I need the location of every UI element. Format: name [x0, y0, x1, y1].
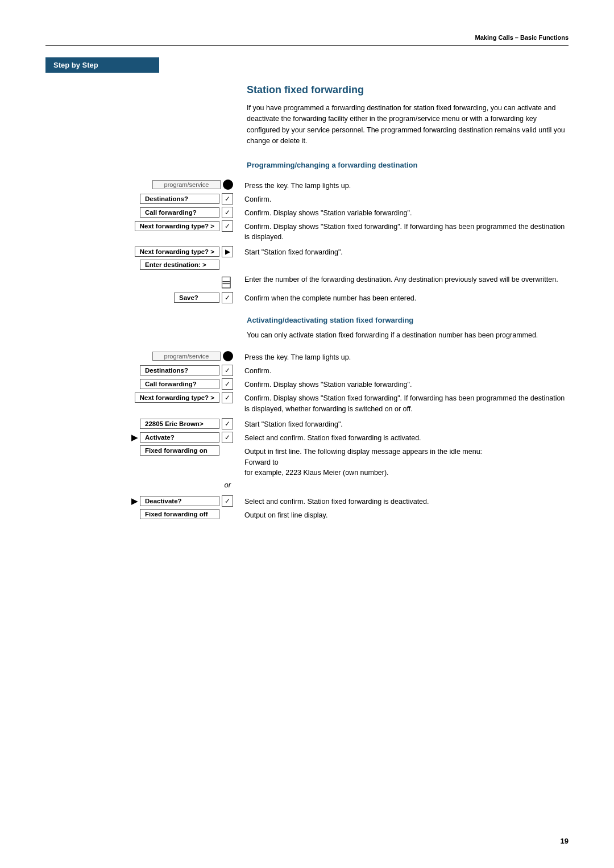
right-cell-fixed-off: Output on first line display.	[239, 509, 569, 521]
check-nextfwd-1[interactable]: ✓	[222, 220, 233, 232]
row-destinations-1: Destinations? ✓ Confirm.	[45, 193, 569, 206]
header-line: Making Calls – Basic Functions	[45, 34, 569, 46]
subsection2-header: Activating/deactivating station fixed fo…	[45, 312, 569, 347]
left-cell-activate: ▶ Activate? ✓	[45, 432, 239, 443]
check-callfwd-2[interactable]: ✓	[222, 378, 233, 390]
fixed-fwd-on-label: Fixed forwarding on	[140, 445, 219, 456]
left-cell-program-1: program/service	[45, 180, 239, 190]
check-callfwd-1[interactable]: ✓	[222, 207, 233, 218]
right-cell-callfwd-2: Confirm. Display shows "Station variable…	[239, 378, 569, 390]
right-cell-dest-1: Confirm.	[239, 193, 569, 205]
or-text: or	[224, 481, 233, 489]
row-enter-dest-1: Enter destination: >	[45, 260, 569, 272]
left-cell-callfwd-1: Call forwarding? ✓	[45, 207, 239, 218]
row-or: or	[45, 481, 569, 493]
save-btn-1[interactable]: Save?	[174, 293, 219, 303]
eric-brown-btn[interactable]: 22805 Eric Brown>	[140, 419, 219, 429]
left-cell-dest-2: Destinations? ✓	[45, 365, 239, 376]
subsection1-title-cell: Programming/changing a forwarding destin…	[239, 157, 569, 175]
destinations-btn-2[interactable]: Destinations?	[140, 365, 219, 375]
left-cell-dest-1: Destinations? ✓	[45, 193, 239, 205]
row-next-fwd-check-2: Next forwarding type? > ✓ Confirm. Displ…	[45, 392, 569, 415]
row-next-fwd-arrow-1: Next forwarding type? > ▶ Start "Station…	[45, 246, 569, 258]
row-eric-brown: 22805 Eric Brown> ✓ Start "Station fixed…	[45, 418, 569, 431]
check-dest-1[interactable]: ✓	[222, 193, 233, 205]
left-cell-save-1: Save? ✓	[45, 292, 239, 303]
step-by-step-box: Step by Step	[45, 57, 159, 73]
check-nextfwd-2[interactable]: ✓	[222, 392, 233, 403]
section-title: Station fixed forwarding	[247, 84, 569, 96]
program-service-btn-2[interactable]: program/service	[152, 352, 221, 361]
right-cell-program-1: Press the key. The lamp lights up.	[239, 180, 569, 191]
row-fixed-fwd-off: Fixed forwarding off Output on first lin…	[45, 509, 569, 521]
row-fixed-fwd-on: Fixed forwarding on Output in first line…	[45, 445, 569, 478]
circle-indicator-1	[223, 180, 233, 190]
destinations-btn-1[interactable]: Destinations?	[140, 194, 219, 204]
arrow-nextfwd-1[interactable]: ▶	[222, 246, 233, 257]
page-number: 19	[561, 837, 569, 845]
row-deactivate: ▶ Deactivate? ✓ Select and confirm. Stat…	[45, 495, 569, 508]
row-program-1: program/service Press the key. The lamp …	[45, 180, 569, 192]
left-cell-nextfwd-arrow-1: Next forwarding type? > ▶	[45, 246, 239, 257]
row-destinations-2: Destinations? ✓ Confirm.	[45, 365, 569, 377]
subsection2-intro: You can only activate station fixed forw…	[247, 330, 569, 341]
right-column: Station fixed forwarding If you have pro…	[239, 84, 569, 157]
next-fwd-arrow-btn-1[interactable]: Next forwarding type? >	[135, 247, 219, 257]
row-keypad-1: ⌸ Enter the number of the forwarding des…	[45, 273, 569, 291]
call-fwd-btn-1[interactable]: Call forwarding?	[140, 207, 219, 218]
check-deactivate[interactable]: ✓	[222, 495, 233, 507]
check-dest-2[interactable]: ✓	[222, 365, 233, 376]
activate-btn[interactable]: Activate?	[140, 432, 219, 443]
left-column	[45, 84, 239, 157]
row-save-1: Save? ✓ Confirm when the complete number…	[45, 292, 569, 304]
row-program-2: program/service Press the key. The lamp …	[45, 351, 569, 364]
check-save-1[interactable]: ✓	[222, 292, 233, 303]
right-cell-nextfwd-2: Confirm. Display shows "Station fixed fo…	[239, 392, 569, 415]
right-cell-program-2: Press the key. The lamp lights up.	[239, 351, 569, 363]
enter-dest-btn-1[interactable]: Enter destination: >	[140, 260, 219, 270]
deactivate-btn[interactable]: Deactivate?	[140, 496, 219, 506]
right-cell-nextfwd-1: Confirm. Display shows "Station fixed fo…	[239, 220, 569, 243]
row-activate: ▶ Activate? ✓ Select and confirm. Statio…	[45, 432, 569, 444]
left-cell-or: or	[45, 481, 239, 489]
header-title: Making Calls – Basic Functions	[475, 34, 569, 41]
page-container: Making Calls – Basic Functions Step by S…	[0, 0, 614, 868]
check-eric[interactable]: ✓	[222, 418, 233, 429]
next-fwd-btn-2[interactable]: Next forwarding type? >	[135, 393, 219, 403]
right-cell-callfwd-1: Confirm. Display shows "Station variable…	[239, 207, 569, 219]
left-cell-eric: 22805 Eric Brown> ✓	[45, 418, 239, 429]
right-cell-deactivate: Select and confirm. Station fixed forwar…	[239, 495, 569, 507]
right-cell-nextfwd-arrow-1: Start "Station fixed forwarding".	[239, 246, 569, 258]
left-cell-enterdest-1: Enter destination: >	[45, 260, 239, 270]
subsection2-title: Activating/deactivating station fixed fo…	[247, 316, 569, 324]
left-cell-callfwd-2: Call forwarding? ✓	[45, 378, 239, 390]
right-cell-dest-2: Confirm.	[239, 365, 569, 377]
left-cell-nextfwd-2: Next forwarding type? > ✓	[45, 392, 239, 403]
subsection2-title-cell: Activating/deactivating station fixed fo…	[239, 312, 569, 347]
right-cell-eric: Start "Station fixed forwarding".	[239, 418, 569, 430]
call-fwd-btn-2[interactable]: Call forwarding?	[140, 379, 219, 389]
subsection1-left-spacer	[45, 157, 239, 175]
subsection1-title: Programming/changing a forwarding destin…	[247, 161, 569, 169]
program-service-btn-1[interactable]: program/service	[152, 180, 221, 189]
left-cell-program-2: program/service	[45, 351, 239, 361]
right-cell-keypad-1: Enter the number of the forwarding desti…	[239, 273, 569, 285]
subsection2-left-spacer	[45, 312, 239, 347]
fixed-fwd-off-label: Fixed forwarding off	[140, 509, 219, 519]
circle-indicator-2	[223, 351, 233, 361]
next-fwd-btn-1[interactable]: Next forwarding type? >	[135, 221, 219, 231]
section-intro: If you have programmed a forwarding dest…	[247, 103, 569, 147]
row-call-fwd-1: Call forwarding? ✓ Confirm. Display show…	[45, 207, 569, 219]
check-activate[interactable]: ✓	[222, 432, 233, 443]
left-cell-nextfwd-1: Next forwarding type? > ✓	[45, 220, 239, 232]
right-cell-fixed-on: Output in first line. The following disp…	[239, 445, 569, 478]
row-call-fwd-2: Call forwarding? ✓ Confirm. Display show…	[45, 378, 569, 391]
left-arrow-deactivate: ▶	[131, 496, 138, 506]
left-cell-deactivate: ▶ Deactivate? ✓	[45, 495, 239, 507]
right-cell-enterdest-1	[239, 260, 569, 261]
left-cell-keypad-1: ⌸	[45, 273, 239, 291]
left-cell-fixed-on: Fixed forwarding on	[45, 445, 239, 456]
subsection1-header: Programming/changing a forwarding destin…	[45, 157, 569, 175]
left-cell-fixed-off: Fixed forwarding off	[45, 509, 239, 519]
left-arrow-activate: ▶	[131, 433, 138, 442]
